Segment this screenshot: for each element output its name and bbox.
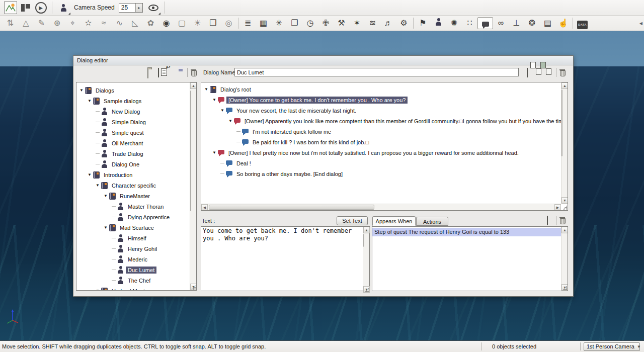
- dialogs-tree-scrollbar[interactable]: ▲ ▼: [190, 82, 196, 290]
- tree-node-label[interactable]: Oil Merchant: [110, 140, 145, 147]
- tree-node-item[interactable]: Simple quest: [76, 127, 190, 138]
- sliders-icon[interactable]: ≣: [240, 17, 256, 29]
- tree-node-item[interactable]: ▼Undead Montrons: [76, 286, 190, 290]
- tree-node-label[interactable]: The Chef: [126, 277, 152, 284]
- tree-node-item[interactable]: ▼Character specific: [76, 180, 190, 191]
- tree-node-item[interactable]: ▼Introduction: [76, 169, 190, 180]
- visibility-button[interactable]: [147, 1, 160, 14]
- wand-icon[interactable]: ✶: [349, 17, 365, 29]
- tree-node-item[interactable]: ▼Sample dialogs: [76, 96, 190, 106]
- expand-arrow-icon[interactable]: ▼: [104, 194, 109, 198]
- conditions-scrollbar[interactable]: ▲ ▼: [561, 227, 568, 291]
- dialog-node-label[interactable]: [Owner] Apparently you look like more co…: [243, 118, 561, 125]
- data-icon[interactable]: DATA: [575, 17, 590, 29]
- tree-node-item[interactable]: Mederic: [76, 254, 190, 265]
- badge-icon[interactable]: ❂: [524, 17, 540, 29]
- dialog-node-label[interactable]: [Owner] I feel pretty nice now but i'm n…: [226, 149, 521, 156]
- new-document-icon[interactable]: [158, 68, 159, 77]
- open-folder-icon[interactable]: [147, 69, 148, 78]
- dialog-node-label[interactable]: [Owner] You come to get back me. I don't…: [226, 97, 408, 104]
- tree-node-label[interactable]: Dying Apprentice: [126, 214, 172, 221]
- tree-node-item[interactable]: Dying Apprentice: [76, 212, 190, 222]
- terrain-icon[interactable]: △: [18, 17, 34, 29]
- expand-arrow-icon[interactable]: ▼: [79, 88, 85, 93]
- dialog-node-label[interactable]: Deal !: [234, 160, 253, 167]
- camera-speed-input[interactable]: [119, 4, 135, 12]
- expand-arrow-icon[interactable]: ▼: [96, 289, 101, 290]
- expand-arrow-icon[interactable]: ▼: [88, 172, 93, 177]
- tree-node-item[interactable]: ▼Dialogs: [76, 85, 190, 96]
- expand-arrow-icon[interactable]: ▼: [96, 183, 101, 188]
- tree-node-item[interactable]: The Chef: [76, 275, 190, 286]
- dialog-node-item[interactable]: ▼Dialog's root: [201, 84, 561, 95]
- axe-icon[interactable]: ⚒: [334, 17, 349, 29]
- set-text-button[interactable]: Set Text: [337, 216, 368, 225]
- dialog-node-item[interactable]: Deal !: [201, 158, 561, 168]
- toolbar-collapse-arrow-icon[interactable]: ◀: [639, 21, 642, 26]
- expand-arrow-icon[interactable]: ▼: [212, 98, 218, 102]
- dialog-node-label[interactable]: Your new escort, the last die miserably …: [234, 107, 358, 114]
- play-button[interactable]: ▶: [34, 1, 47, 14]
- tree-node-item[interactable]: Himself: [76, 233, 190, 243]
- expand-arrow-icon[interactable]: ▼: [88, 99, 93, 103]
- dialog-node-item[interactable]: Be paid for kill ? I was born for this k…: [201, 137, 561, 147]
- tab-appears-when[interactable]: Appears When: [372, 216, 416, 226]
- tree-node-label[interactable]: Dialogs: [94, 87, 116, 94]
- camera-speed-stepper[interactable]: ▸: [119, 3, 143, 13]
- tree-node-label[interactable]: Simple quest: [110, 129, 146, 136]
- tree-node-label[interactable]: Sample dialogs: [102, 98, 143, 105]
- add-condition-icon[interactable]: [547, 216, 548, 225]
- condition-row[interactable]: Step of quest The request of Henry Goil …: [372, 228, 561, 236]
- particles-icon[interactable]: ∷: [462, 17, 477, 29]
- timer-icon[interactable]: ◷: [302, 17, 318, 29]
- leaf-tool-icon[interactable]: ✿: [143, 17, 158, 29]
- tree-node-item[interactable]: New Dialog: [76, 106, 190, 117]
- shirt-icon[interactable]: ✙: [318, 17, 334, 29]
- sphere-icon[interactable]: ◎: [221, 17, 236, 29]
- expand-arrow-icon[interactable]: ▼: [220, 108, 226, 113]
- tree-node-item[interactable]: Oil Merchant: [76, 138, 190, 148]
- globe-icon[interactable]: ⊕: [49, 17, 65, 29]
- ramp-tool-icon[interactable]: ◺: [127, 17, 143, 29]
- bug-icon[interactable]: ✺: [446, 17, 462, 29]
- move-gizmo-icon[interactable]: ⇅: [3, 17, 18, 29]
- brush-icon[interactable]: ✎: [34, 17, 49, 29]
- tree-node-label[interactable]: RuneMaster: [118, 193, 152, 200]
- anvil-icon[interactable]: ⊥: [509, 17, 524, 29]
- tree-node-label[interactable]: Mad Scarface: [118, 224, 156, 231]
- dialog-node-item[interactable]: ▼Your new escort, the last die miserably…: [201, 105, 561, 116]
- tree-node-label[interactable]: Dialog One: [110, 161, 141, 168]
- dialog-node-item[interactable]: ▼[Owner] You come to get back me. I don'…: [201, 95, 561, 105]
- dialog-node-item[interactable]: ▼[Owner] I feel pretty nice now but i'm …: [201, 147, 561, 158]
- dialog-name-input[interactable]: [234, 68, 519, 76]
- dialog-node-label[interactable]: So boring a other days maybe. [End dialo…: [234, 170, 345, 178]
- star-tool-icon[interactable]: ✫: [80, 17, 96, 29]
- cube-icon[interactable]: ❒: [205, 17, 221, 29]
- tab-actions[interactable]: Actions: [416, 217, 448, 226]
- speaker-icon[interactable]: ♬: [380, 17, 396, 29]
- thumbs-up-icon[interactable]: ☝: [555, 17, 571, 29]
- tree-node-item[interactable]: ▼RuneMaster: [76, 191, 190, 201]
- dialog-editor-window[interactable]: Dialog editor Dialog Name : ▼Dialogs▼Sam…: [73, 55, 574, 297]
- camera-speed-spin-button[interactable]: ▸: [135, 4, 142, 12]
- npc-person-icon[interactable]: [431, 17, 446, 29]
- camera-target-icon[interactable]: ⌖: [65, 17, 80, 29]
- coins-icon[interactable]: ∞: [493, 17, 509, 29]
- water-tool-icon[interactable]: ≈: [96, 17, 112, 29]
- expand-arrow-icon[interactable]: ▼: [212, 150, 218, 155]
- camera-mode-select[interactable]: 1st Person Camera ▼: [584, 342, 640, 351]
- resize-grip[interactable]: [562, 205, 567, 210]
- tree-node-label[interactable]: Undead Montrons: [110, 288, 157, 291]
- tree-node-label[interactable]: Master Thoran: [126, 203, 166, 210]
- tree-node-item[interactable]: Trade Dialog: [76, 148, 190, 159]
- tree-node-label[interactable]: Introduction: [102, 171, 134, 179]
- tree-node-item[interactable]: Master Thoran: [76, 201, 190, 212]
- table-icon[interactable]: ▦: [256, 17, 271, 29]
- compass-icon[interactable]: ◉: [158, 17, 174, 29]
- text-scrollbar[interactable]: ▲ ▼: [363, 227, 369, 293]
- tree-node-label[interactable]: Mederic: [126, 256, 149, 263]
- tree-node-item[interactable]: Henry Gohil: [76, 243, 190, 254]
- expand-arrow-icon[interactable]: ▼: [228, 119, 234, 123]
- sun-light-icon[interactable]: ☀: [190, 17, 205, 29]
- dialog-nodes-hscrollbar[interactable]: ◀ ▶: [201, 204, 561, 210]
